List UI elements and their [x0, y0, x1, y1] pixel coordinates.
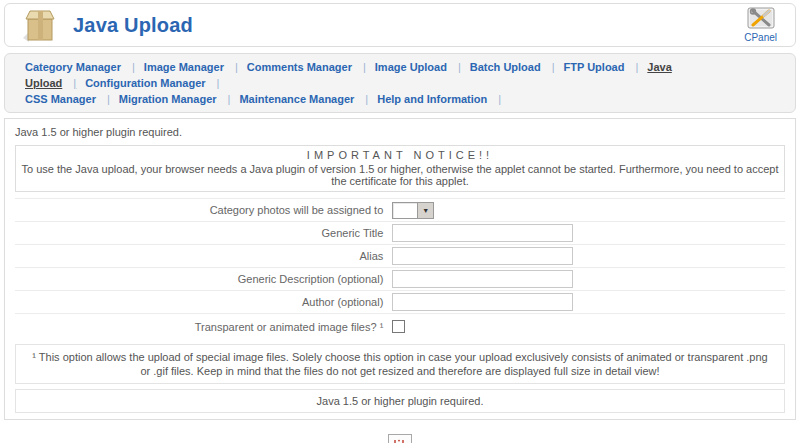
form-row-generic-title: Generic Title	[15, 221, 785, 244]
form-row-transparent-animated: Transparent or animated image files? ¹	[15, 313, 785, 339]
nav-image-upload[interactable]: Image Upload	[375, 61, 470, 73]
transparent-animated-label: Transparent or animated image files? ¹	[15, 321, 392, 333]
form-row-generic-description: Generic Description (optional)	[15, 267, 785, 290]
nav-css-manager[interactable]: CSS Manager	[25, 93, 119, 105]
alias-input[interactable]	[392, 247, 573, 265]
chevron-down-icon: ▼	[417, 203, 433, 218]
form-row-alias: Alias	[15, 244, 785, 267]
main-navigation: Category ManagerImage ManagerComments Ma…	[4, 53, 796, 113]
page-title: Java Upload	[73, 14, 193, 37]
broken-image-icon	[388, 434, 412, 443]
category-select[interactable]: ▼	[392, 202, 434, 219]
cpanel-label: CPanel	[744, 32, 777, 43]
notice-body: To use the Java upload, your browser nee…	[20, 163, 780, 187]
generic-description-input[interactable]	[392, 270, 573, 288]
nav-comments-manager[interactable]: Comments Manager	[247, 61, 375, 73]
notice-title: IMPORTANT NOTICE!!	[20, 148, 780, 163]
cpanel-tools-icon	[747, 7, 775, 29]
form-row-category: Category photos will be assigned to ▼	[15, 198, 785, 221]
generic-description-label: Generic Description (optional)	[15, 273, 392, 285]
footnote: ¹ This option allows the upload of speci…	[15, 344, 785, 384]
author-input[interactable]	[392, 293, 573, 311]
nav-maintenance-manager[interactable]: Maintenance Manager	[239, 93, 377, 105]
nav-row-2: CSS ManagerMigration ManagerMaintenance …	[25, 91, 795, 107]
generic-title-input[interactable]	[392, 224, 573, 242]
plugin-required-note-top: Java 1.5 or higher plugin required.	[13, 123, 787, 145]
transparent-animated-checkbox[interactable]	[392, 320, 405, 333]
generic-title-label: Generic Title	[15, 227, 392, 239]
nav-batch-upload[interactable]: Batch Upload	[470, 61, 564, 73]
important-notice-box: IMPORTANT NOTICE!! To use the Java uploa…	[15, 145, 785, 192]
nav-ftp-upload[interactable]: FTP Upload	[564, 61, 648, 73]
upload-box-icon	[19, 6, 59, 46]
form-row-author: Author (optional)	[15, 290, 785, 313]
page-header: Java Upload CPanel	[4, 3, 796, 47]
author-label: Author (optional)	[15, 296, 392, 308]
nav-migration-manager[interactable]: Migration Manager	[119, 93, 240, 105]
java-upload-panel: Java 1.5 or higher plugin required. IMPO…	[4, 118, 796, 420]
nav-category-manager[interactable]: Category Manager	[25, 61, 144, 73]
applet-area	[0, 434, 800, 443]
cpanel-button[interactable]: CPanel	[744, 7, 777, 43]
nav-row-1: Category ManagerImage ManagerComments Ma…	[25, 59, 795, 91]
category-label: Category photos will be assigned to	[15, 204, 392, 216]
nav-image-manager[interactable]: Image Manager	[144, 61, 247, 73]
alias-label: Alias	[15, 250, 392, 262]
plugin-required-note-bottom: Java 1.5 or higher plugin required.	[15, 389, 785, 413]
nav-configuration-manager[interactable]: Configuration Manager	[85, 77, 228, 89]
nav-help-and-information[interactable]: Help and Information	[377, 93, 510, 105]
